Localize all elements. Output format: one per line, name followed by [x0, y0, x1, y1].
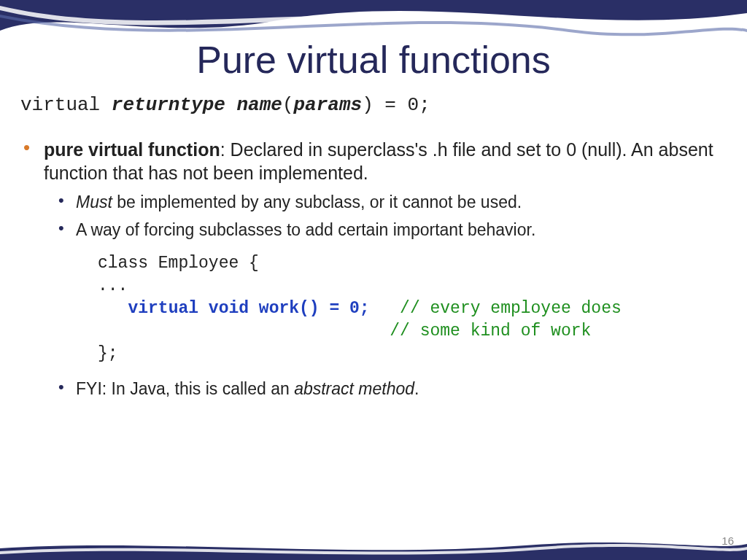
decl-space — [225, 94, 237, 116]
sub-c-pre: FYI: In Java, this is called an — [76, 379, 294, 398]
sub-a-rest: be implemented by any subclass, or it ca… — [112, 192, 522, 211]
swoosh-bottom-decoration — [0, 538, 747, 560]
slide: Pure virtual functions virtual returntyp… — [0, 0, 747, 560]
sub-c-post: . — [414, 379, 419, 398]
sub-bullet-fyi: FYI: In Java, this is called an abstract… — [74, 378, 727, 400]
syntax-declaration: virtual returntype name(params) = 0; — [20, 93, 727, 117]
sub-a-ital: Must — [76, 192, 112, 211]
code-line-5: }; — [98, 344, 118, 363]
code-line-2: ... — [98, 276, 128, 295]
code-line-3-gap — [370, 299, 400, 318]
code-comment-1: // every employee does — [400, 299, 622, 318]
slide-title: Pure virtual functions — [0, 0, 747, 85]
decl-name: name — [236, 94, 282, 116]
code-line-4-indent — [98, 322, 390, 341]
bullet-item-definition: pure virtual function: Declared in super… — [41, 138, 727, 400]
sub-bullet-list-2: FYI: In Java, this is called an abstract… — [44, 378, 727, 400]
decl-keyword: virtual — [20, 94, 112, 116]
decl-params: params — [294, 94, 363, 116]
decl-tail: ) = 0; — [362, 94, 430, 116]
sub-bullet-list: Must be implemented by any subclass, or … — [44, 192, 727, 241]
sub-c-ital: abstract method — [294, 379, 414, 398]
code-line-3-indent — [98, 299, 128, 318]
code-line-1: class Employee { — [98, 254, 259, 273]
decl-paren-open: ( — [282, 94, 294, 116]
code-pure-virtual: virtual void work() = 0; — [128, 299, 369, 318]
code-comment-2: // some kind of work — [390, 322, 591, 341]
bullet-list: pure virtual function: Declared in super… — [20, 138, 727, 400]
decl-returntype: returntype — [112, 94, 225, 116]
sub-bullet-forcing: A way of forcing subclasses to add certa… — [74, 219, 727, 241]
page-number: 16 — [721, 534, 734, 547]
slide-body: virtual returntype name(params) = 0; pur… — [0, 85, 747, 400]
code-block: class Employee { ... virtual void work()… — [98, 252, 727, 365]
definition-term: pure virtual function — [44, 139, 220, 160]
sub-bullet-must: Must be implemented by any subclass, or … — [74, 192, 727, 213]
